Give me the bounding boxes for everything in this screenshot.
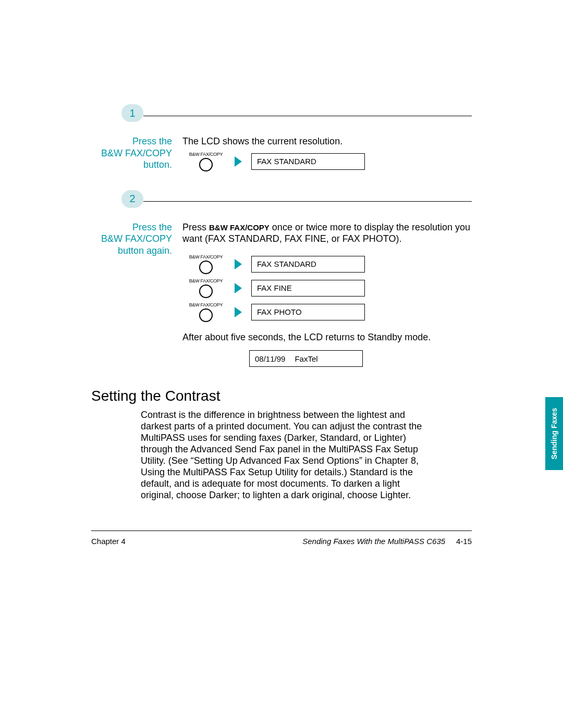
step-1-row: Press the B&W FAX/COPY button. The LCD s…	[91, 135, 472, 175]
section-heading-contrast: Setting the Contrast	[91, 388, 472, 404]
step-2-instruction: Press the B&W FAX/COPY button again.	[91, 221, 172, 257]
step-1-instruction: Press the B&W FAX/COPY button.	[91, 135, 172, 171]
lcd-display: FAX STANDARD	[251, 153, 365, 170]
button-caption: B&W FAX/COPY	[182, 302, 229, 307]
divider-line	[143, 201, 472, 202]
text: button again.	[118, 245, 172, 256]
button-caption: B&W FAX/COPY	[182, 254, 229, 260]
lcd-display: FAX FINE	[251, 280, 365, 297]
step-1-badge: 1	[121, 104, 143, 122]
footer-title: Sending Faxes With the MultiPASS C635	[302, 537, 445, 546]
side-tab-label: Sending Faxes	[550, 408, 558, 460]
lcd-display: FAX STANDARD	[251, 256, 365, 273]
bw-fax-copy-button-icon	[199, 285, 213, 298]
lcd-row: B&W FAX/COPY FAX STANDARD	[182, 254, 472, 274]
step-2-header: 2	[91, 190, 472, 212]
lcd-standby-display: 08/11/99 FaxTel	[249, 350, 363, 367]
bw-fax-copy-button-icon	[199, 309, 213, 322]
button-name-text: B&W FAX/COPY	[101, 148, 172, 158]
text: Press	[182, 222, 209, 232]
standby-mode: FaxTel	[295, 354, 317, 363]
step-2-after-text: After about five seconds, the LCD return…	[182, 331, 472, 343]
arrow-right-icon	[235, 283, 242, 293]
step-2-badge: 2	[121, 190, 143, 208]
footer-page-number: 4-15	[456, 537, 472, 546]
button-name-text: B&W FAX/COPY	[101, 233, 172, 244]
lcd-display: FAX PHOTO	[251, 304, 365, 320]
bw-fax-copy-button-icon	[199, 261, 213, 274]
lcd-row: B&W FAX/COPY FAX PHOTO	[182, 302, 472, 322]
step-2-description: Press B&W FAX/COPY once or twice more to…	[182, 221, 472, 245]
page-footer: Chapter 4 Sending Faxes With the MultiPA…	[91, 537, 472, 546]
step-1-description: The LCD shows the current resolution.	[182, 135, 472, 147]
button-caption: B&W FAX/COPY	[182, 152, 229, 157]
text: Press the	[132, 136, 172, 146]
text: Press the	[132, 222, 172, 232]
page-content: 1 Press the B&W FAX/COPY button. The LCD…	[91, 104, 472, 501]
step-2-row: Press the B&W FAX/COPY button again. Pre…	[91, 221, 472, 367]
bold-text: B&W FAX/COPY	[209, 223, 270, 232]
side-tab: Sending Faxes	[545, 397, 563, 470]
footer-right: Sending Faxes With the MultiPASS C635 4-…	[302, 537, 472, 546]
lcd-row: B&W FAX/COPY FAX STANDARD	[182, 152, 472, 171]
footer-chapter: Chapter 4	[91, 537, 126, 546]
divider-line	[143, 116, 472, 116]
text: button.	[143, 159, 172, 170]
button-caption: B&W FAX/COPY	[182, 278, 229, 283]
arrow-right-icon	[235, 156, 242, 167]
step-1-header: 1	[91, 104, 472, 126]
arrow-right-icon	[235, 307, 242, 317]
arrow-right-icon	[235, 259, 242, 269]
footer-divider	[91, 530, 472, 531]
contrast-body-text: Contrast is the difference in brightness…	[91, 410, 425, 501]
standby-date: 08/11/99	[255, 354, 285, 363]
bw-fax-copy-button-icon	[199, 158, 213, 171]
lcd-row: B&W FAX/COPY FAX FINE	[182, 278, 472, 298]
